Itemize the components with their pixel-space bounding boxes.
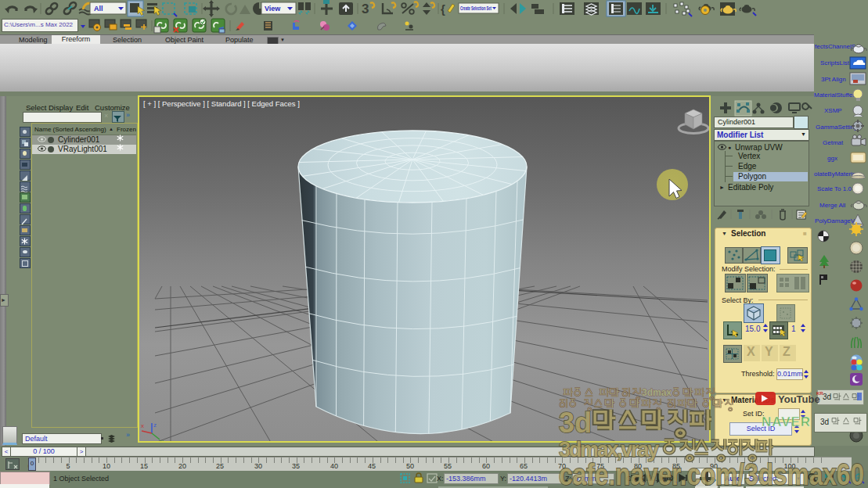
svg-text:x: x — [141, 422, 144, 429]
svg-text:All: All — [94, 5, 103, 13]
svg-text:View: View — [265, 5, 281, 13]
svg-text:z: z — [153, 422, 157, 429]
svg-text:3: 3 — [362, 2, 369, 16]
svg-text:y: y — [160, 438, 164, 441]
svg-text:{: { — [441, 2, 445, 16]
svg-text:3d: 3d — [823, 393, 831, 401]
svg-text:3d: 3d — [820, 418, 829, 426]
svg-text:Create Selection Set: Create Selection Set — [460, 5, 492, 11]
